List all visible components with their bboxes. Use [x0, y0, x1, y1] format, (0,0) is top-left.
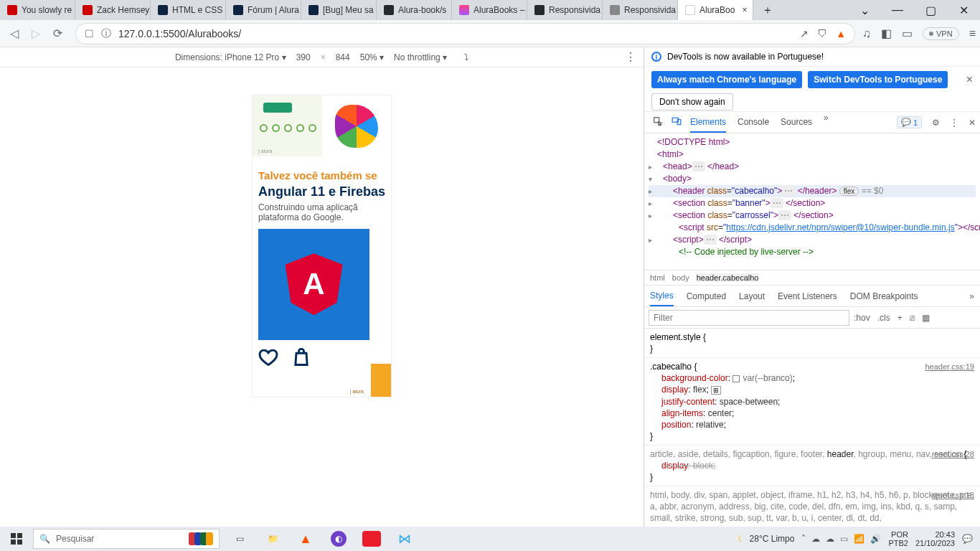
new-tab-button[interactable]: ＋ — [753, 0, 782, 20]
device-height[interactable]: 844 — [336, 52, 350, 62]
brave-app-icon[interactable]: ▲ — [290, 527, 321, 551]
task-view-icon[interactable]: ▭ — [224, 527, 255, 551]
rule-source-link[interactable]: reset.css:18 — [932, 489, 974, 501]
dom-breadcrumb[interactable]: html body header.cabecalho — [644, 270, 980, 286]
dont-show-button[interactable]: Don't show again — [651, 93, 733, 110]
explorer-icon[interactable]: 📁 — [257, 527, 288, 551]
rule-source-link[interactable]: reset.css:28 — [932, 448, 974, 460]
url-field[interactable]: ☐ ⓘ 127.0.0.1:5500/Alurabooks/ ↗ ⛉ ▲ — [75, 23, 855, 44]
reset2-rule[interactable]: reset.css:18 html, body, div, span, appl… — [644, 486, 980, 527]
share-icon[interactable]: ↗ — [800, 28, 809, 39]
github-app-icon[interactable]: ◐ — [323, 527, 354, 551]
tab-alura1[interactable]: HTML e CSS — [151, 0, 226, 20]
tab-elements[interactable]: Elements — [690, 113, 726, 133]
menu-icon[interactable]: ≡ — [969, 27, 976, 40]
device-icon[interactable]: ⎚ — [910, 313, 915, 323]
throttling-dropdown[interactable]: No throttling ▾ — [394, 52, 447, 62]
rotate-icon[interactable]: ⤵ — [464, 52, 468, 62]
selected-header-node[interactable]: ⋯▸<header class="cabecalho">⋯ </header> … — [649, 185, 976, 197]
battery-icon[interactable]: ▭ — [840, 534, 848, 544]
notifications-icon[interactable]: 💬 — [962, 534, 973, 544]
bc-html[interactable]: html — [650, 273, 665, 282]
reset1-rule[interactable]: reset.css:28 article, aside, details, fi… — [644, 446, 980, 486]
music-icon[interactable]: ♫ — [862, 27, 871, 40]
cabecalho-rule[interactable]: header.css:19 .cabecalho { background-co… — [644, 358, 980, 446]
close-icon[interactable]: × — [742, 5, 747, 15]
prop-row[interactable]: justify-content: space-between; — [661, 396, 974, 408]
dom-tree[interactable]: <!DOCTYPE html> <html> ▸<head>⋯ </head> … — [644, 133, 980, 270]
wifi-icon[interactable]: 📶 — [854, 534, 864, 544]
chevron-up-icon[interactable]: ˄ — [801, 534, 806, 544]
tab-console[interactable]: Console — [738, 113, 769, 133]
device-mode-icon[interactable] — [667, 116, 686, 128]
plus-pill[interactable]: + — [897, 313, 903, 323]
cloud-icon[interactable]: ☁ — [826, 534, 834, 544]
tab-generic[interactable]: Responsivida — [603, 0, 678, 20]
more-tabs-icon[interactable]: » — [824, 113, 829, 133]
styles-filter-input[interactable] — [649, 310, 849, 326]
vpn-chip[interactable]: VPN — [923, 27, 959, 40]
tab-layout[interactable]: Layout — [739, 291, 765, 301]
phone-frame[interactable]: | alura | alura Talvez você também se An… — [252, 95, 392, 397]
element-style-block[interactable]: element.style { } — [644, 329, 980, 358]
messages-badge[interactable]: 💬 1 — [897, 116, 922, 128]
reload-icon[interactable]: ⟳ — [53, 27, 62, 40]
chevron-down-icon[interactable]: ⌄ — [848, 0, 881, 20]
prop-row[interactable]: display: flex; ⊞ — [661, 384, 974, 396]
shield-icon[interactable]: ⛉ — [817, 28, 827, 39]
datetime[interactable]: 20:43 21/10/2023 — [915, 530, 955, 547]
rule-source-link[interactable]: header.css:19 — [925, 361, 975, 372]
prop-row[interactable]: position: relative; — [661, 419, 974, 430]
prop-row[interactable]: background-color: var(--branco); — [661, 372, 974, 384]
tab-figma[interactable]: AluraBooks – — [452, 0, 527, 20]
tab-youtube1[interactable]: You slowly re — [0, 0, 75, 20]
tab-computed[interactable]: Computed — [687, 291, 726, 301]
device-width[interactable]: 390 — [296, 52, 311, 62]
maximize-button[interactable]: ▢ — [914, 0, 947, 20]
back-icon[interactable]: ◁ — [10, 27, 19, 40]
clock[interactable]: POR PTB2 — [888, 530, 908, 547]
weather-widget[interactable]: ☾28°C Limpo — [738, 534, 795, 544]
kebab-icon[interactable]: ⋮ — [950, 118, 958, 128]
bc-body[interactable]: body — [672, 273, 689, 282]
layout-icon[interactable]: ▦ — [922, 313, 930, 323]
tab-dom-breakpoints[interactable]: DOM Breakpoints — [850, 291, 918, 301]
tab-event-listeners[interactable]: Event Listeners — [778, 291, 837, 301]
sidebar-icon[interactable]: ◧ — [881, 27, 892, 40]
bookmark-icon[interactable]: ☐ — [85, 28, 94, 39]
bc-header[interactable]: header.cabecalho — [697, 273, 759, 282]
minimize-button[interactable]: — — [881, 0, 914, 20]
zoom-dropdown[interactable]: 50% ▾ — [360, 52, 384, 62]
flex-pill[interactable]: flex — [839, 187, 859, 196]
onedrive-icon[interactable]: ☁ — [811, 534, 820, 544]
brave-icon[interactable]: ▲ — [836, 28, 846, 39]
vscode-app-icon[interactable]: ⋈ — [389, 527, 420, 551]
gear-icon[interactable]: ⚙ — [932, 118, 940, 128]
wallet-icon[interactable]: ▭ — [902, 27, 913, 40]
close-icon[interactable]: ✕ — [969, 118, 976, 128]
tab-alura2[interactable]: Fórum | Alura — [226, 0, 301, 20]
close-icon[interactable]: × — [966, 73, 973, 86]
prop-row[interactable]: display: block; — [650, 460, 974, 471]
tab-styles[interactable]: Styles — [650, 286, 674, 306]
taskbar-search[interactable]: 🔍 Pesquisar — [33, 529, 220, 549]
script-url[interactable]: https://cdn.jsdelivr.net/npm/swiper@10/s… — [726, 222, 954, 232]
book-cover[interactable]: A — [258, 229, 369, 340]
heart-icon[interactable] — [258, 347, 278, 367]
start-button[interactable] — [0, 533, 33, 545]
cls-pill[interactable]: .cls — [877, 313, 890, 323]
ifood-app-icon[interactable] — [356, 527, 387, 551]
tab-github1[interactable]: Alura-book/s — [377, 0, 452, 20]
always-match-button[interactable]: Always match Chrome's language — [651, 71, 802, 88]
volume-icon[interactable]: 🔊 — [870, 534, 881, 544]
hov-pill[interactable]: :hov — [854, 313, 870, 323]
bag-icon[interactable] — [291, 347, 311, 367]
kebab-icon[interactable]: ⋮ — [625, 50, 636, 64]
tab-alurabooks-active[interactable]: AluraBoo× — [678, 0, 753, 20]
tab-alura3[interactable]: [Bug] Meu sa — [301, 0, 377, 20]
inspect-icon[interactable] — [649, 116, 667, 128]
tab-sources[interactable]: Sources — [781, 113, 812, 133]
tab-youtube2[interactable]: Zack Hemsey — [75, 0, 151, 20]
prop-row[interactable]: align-items: center; — [661, 408, 974, 419]
tab-github2[interactable]: Responsivida — [527, 0, 603, 20]
